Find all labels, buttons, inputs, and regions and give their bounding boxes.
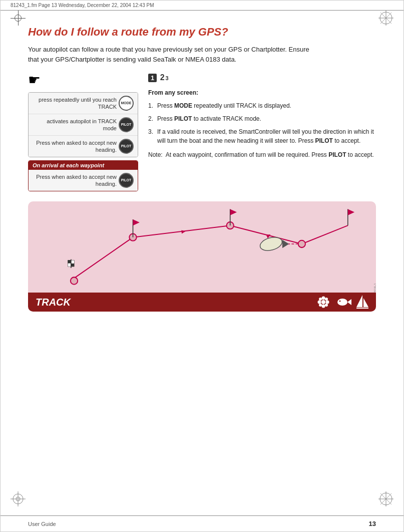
- step-number-3: 3: [166, 75, 169, 81]
- svg-point-46: [319, 304, 322, 307]
- pilot-button-badge-3: PILOT: [119, 173, 134, 188]
- svg-point-40: [322, 297, 325, 300]
- svg-marker-52: [363, 298, 368, 307]
- footer-label: User Guide: [28, 521, 56, 527]
- instruction-row-mode: press repeatedly until you reach TRACK M…: [29, 93, 138, 114]
- svg-point-44: [319, 298, 322, 301]
- svg-marker-51: [356, 295, 362, 307]
- svg-marker-49: [347, 299, 351, 305]
- header-bar: 81243_1.fm Page 13 Wednesday, December 2…: [1, 1, 403, 11]
- svg-point-47: [325, 304, 328, 307]
- svg-marker-32: [230, 209, 237, 215]
- step-numbers: 1 2 3: [148, 73, 376, 82]
- left-column: ☛ press repeatedly until you reach TRACK…: [28, 73, 138, 191]
- svg-point-39: [321, 300, 325, 304]
- svg-point-35: [259, 235, 284, 252]
- instruction-box: press repeatedly until you reach TRACK M…: [28, 92, 138, 157]
- svg-point-22: [71, 277, 78, 284]
- track-label-bar: TRACK: [28, 293, 376, 312]
- steps-list: 1. Press MODE repeatedly until TRACK is …: [148, 101, 376, 145]
- arrival-box: On arrival at each waypoint Press when a…: [28, 160, 138, 191]
- svg-marker-36: [282, 240, 289, 248]
- pointing-hand-icon: ☛: [28, 72, 41, 88]
- step-num-label-2: 2.: [148, 114, 155, 123]
- step-item-2: 2. Press PILOT to activate TRACK mode.: [148, 114, 376, 123]
- two-col-layout: ☛ press repeatedly until you reach TRACK…: [28, 73, 376, 191]
- step-content-2: Press PILOT to activate TRACK mode.: [157, 114, 261, 123]
- pilot-activate-text: activates autopilot in TRACK mode: [33, 118, 119, 132]
- svg-marker-37: [181, 230, 186, 234]
- svg-point-50: [339, 301, 341, 302]
- track-icons: [316, 295, 368, 309]
- svg-marker-30: [133, 219, 140, 225]
- svg-point-43: [326, 301, 329, 304]
- note-text: Note: At each waypoint, confirmation of …: [148, 150, 376, 159]
- arrival-header: On arrival at each waypoint: [29, 161, 138, 170]
- fish-icon: [335, 297, 351, 307]
- corner-mark-tl: [11, 11, 26, 26]
- step-content-1: Press MODE repeatedly until TRACK is dis…: [157, 101, 291, 110]
- step-number-1: 1: [148, 74, 157, 82]
- svg-point-21: [298, 240, 305, 247]
- main-content: How do I follow a route from my GPS? You…: [1, 11, 403, 329]
- page-title: How do I follow a route from my GPS?: [28, 26, 376, 39]
- svg-point-48: [337, 299, 347, 306]
- svg-point-41: [322, 305, 325, 308]
- mode-instruction-text: press repeatedly until you reach TRACK: [33, 96, 119, 111]
- right-column: 1 2 3 From any screen: 1. Press MODE rep…: [148, 73, 376, 191]
- svg-point-42: [318, 301, 321, 304]
- instruction-row-pilot-press: Press when asked to accept new heading. …: [29, 136, 138, 157]
- track-label-text: TRACK: [36, 297, 71, 308]
- instruction-row-pilot-activate: activates autopilot in TRACK mode PILOT: [29, 114, 138, 136]
- file-info: 81243_1.fm Page 13 Wednesday, December 2…: [11, 3, 154, 8]
- pilot-button-badge-1: PILOT: [119, 117, 134, 132]
- step-number-2: 2: [158, 73, 164, 82]
- corner-mark-bl: [11, 491, 26, 506]
- from-screen-label: From any screen:: [148, 89, 376, 96]
- mode-button-badge: MODE: [119, 96, 134, 111]
- arrival-row: Press when asked to accept new heading. …: [29, 170, 138, 191]
- svg-rect-27: [71, 260, 74, 263]
- footer: User Guide 13: [1, 515, 403, 531]
- pilot-press-text: Press when asked to accept new heading.: [33, 139, 119, 154]
- hand-icon-area: ☛: [28, 73, 138, 87]
- corner-mark-tr: [378, 11, 393, 26]
- corner-mark-br: [378, 491, 393, 506]
- intro-paragraph: Your autopilot can follow a route that y…: [28, 45, 318, 64]
- step-num-label-3: 3.: [148, 127, 155, 145]
- svg-rect-26: [68, 263, 71, 267]
- footer-page-number: 13: [369, 520, 376, 527]
- step-item-3: 3. If a valid route is received, the Sma…: [148, 127, 376, 145]
- svg-line-17: [302, 225, 348, 244]
- pilot-button-badge-2: PILOT: [119, 139, 134, 154]
- sail-icon: [356, 295, 368, 309]
- step-content-3: If a valid route is received, the SmartC…: [157, 127, 376, 145]
- step-item-1: 1. Press MODE repeatedly until TRACK is …: [148, 101, 376, 110]
- svg-point-45: [325, 298, 328, 301]
- svg-rect-24: [68, 260, 71, 263]
- track-diagram: D7618-1 TRACK: [28, 201, 376, 312]
- svg-rect-25: [71, 263, 74, 267]
- flower-icon: [316, 295, 330, 309]
- arrival-instruction-text: Press when asked to accept new heading.: [33, 173, 119, 188]
- step-num-label-1: 1.: [148, 101, 155, 110]
- svg-line-14: [74, 237, 133, 279]
- svg-marker-34: [348, 209, 354, 215]
